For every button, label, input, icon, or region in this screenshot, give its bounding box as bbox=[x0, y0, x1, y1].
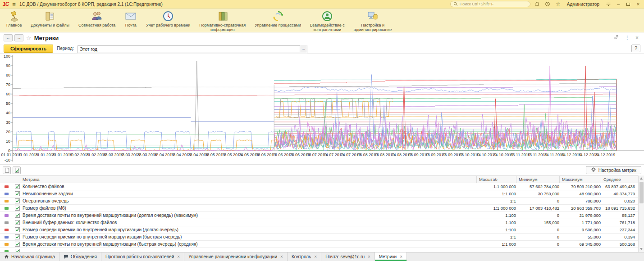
notifications-bell-icon[interactable] bbox=[534, 1, 541, 7]
documents-icon bbox=[44, 10, 56, 22]
ribbon-section-label: Совместная работа bbox=[78, 23, 115, 27]
chart-y-tick-label: 80 bbox=[0, 73, 10, 77]
get-link-icon[interactable] bbox=[613, 34, 619, 41]
tab-discussions[interactable]: Обсуждения bbox=[59, 252, 101, 261]
1c-logo: 1С bbox=[3, 1, 9, 7]
metric-scale: 1:100 bbox=[476, 227, 516, 232]
metric-row-1[interactable]: Невыполненные задачи1:1 00030 759,00048 … bbox=[0, 190, 644, 198]
metric-row-5[interactable]: Внешний буфер данных: количество файлов1… bbox=[0, 219, 644, 226]
column-header-0[interactable]: Метрика bbox=[22, 177, 476, 182]
chart-x-tick-label: 24.12.2019 bbox=[595, 153, 615, 157]
metric-settings-label: Настройка метрик bbox=[598, 168, 636, 173]
ribbon-section-documents[interactable]: Документы и файлы bbox=[26, 9, 74, 28]
column-header-2[interactable]: Минимум bbox=[516, 176, 559, 183]
metric-settings-button[interactable]: Настройка метрик bbox=[586, 166, 641, 174]
favorites-star-icon[interactable]: ☆ bbox=[555, 1, 562, 7]
metric-name: Размер очереди приемки по внутренней мар… bbox=[22, 234, 476, 239]
chart-y-tick-label: 30 bbox=[0, 120, 10, 125]
metric-row-4[interactable]: Время доставки почты по внутренней маршр… bbox=[0, 212, 644, 219]
metric-row-0[interactable]: Количество файлов1:1 000 00057 602 784,0… bbox=[0, 183, 644, 190]
tab-user-log[interactable]: Протокол работы пользователей× bbox=[101, 252, 184, 261]
tab-close-icon[interactable]: × bbox=[314, 254, 317, 259]
maximize-button[interactable] bbox=[625, 1, 631, 7]
scroll-up-icon[interactable] bbox=[640, 177, 643, 180]
metric-checkbox[interactable] bbox=[15, 249, 20, 252]
generate-button[interactable]: Сформировать bbox=[4, 45, 53, 53]
close-window-button[interactable]: × bbox=[635, 1, 641, 7]
global-search-input[interactable]: Поиск Ctrl+Shift+F bbox=[450, 1, 530, 7]
period-input[interactable] bbox=[78, 45, 307, 53]
metric-min: 57 602 784,000 bbox=[516, 184, 559, 189]
metric-checkbox[interactable] bbox=[15, 227, 20, 232]
metric-checkbox[interactable] bbox=[15, 184, 20, 189]
metric-row-8[interactable]: Время доставки почты по внутренней маршр… bbox=[0, 241, 644, 248]
add-favorite-star-icon[interactable]: ☆ bbox=[26, 35, 32, 41]
more-menu-icon[interactable]: ⋮ bbox=[625, 35, 630, 41]
ribbon-section-process-management[interactable]: Управление процессами bbox=[250, 9, 306, 28]
ribbon-section-contractors[interactable]: Взаимодействие с контрагентами bbox=[306, 9, 349, 32]
tab-close-icon[interactable]: × bbox=[400, 254, 402, 259]
service-menu-icon[interactable] bbox=[605, 1, 612, 7]
current-user[interactable]: Администратор bbox=[567, 2, 599, 7]
table-scrollbar[interactable] bbox=[638, 176, 644, 252]
metric-name: Внешний буфер данных: количество файлов bbox=[22, 220, 476, 225]
metric-checkbox[interactable] bbox=[15, 191, 20, 196]
metric-max: 20 963 359,703 bbox=[559, 206, 601, 211]
metric-row-3[interactable]: Размер файлов (Мб)1:1 000 00017 003 410,… bbox=[0, 205, 644, 212]
chart-y-tick-label: 60 bbox=[0, 92, 10, 96]
metric-checkbox[interactable] bbox=[15, 206, 20, 211]
ribbon-section-label: Взаимодействие с контрагентами bbox=[310, 23, 345, 32]
metric-min: 155,000 bbox=[516, 220, 559, 225]
metric-row-7[interactable]: Размер очереди приемки по внутренней мар… bbox=[0, 234, 644, 241]
ribbon-section-main[interactable]: Главное bbox=[2, 9, 26, 28]
tab-control[interactable]: Контроль× bbox=[288, 252, 321, 261]
metric-scale: 1:1 000 000 bbox=[476, 206, 516, 211]
column-header-3[interactable]: Максимум bbox=[559, 176, 601, 183]
scroll-thumb[interactable] bbox=[639, 182, 644, 203]
main-menu-icon[interactable]: ≡ bbox=[12, 1, 16, 8]
metric-row-6[interactable]: Размер очереди приемки по внутренней мар… bbox=[0, 226, 644, 234]
ribbon-section-label: Главное bbox=[6, 23, 22, 27]
chart-y-tick-label: 50 bbox=[0, 101, 10, 106]
metric-row-2[interactable]: Оперативная очередь1:10788,0000,020 bbox=[0, 198, 644, 205]
metric-name: Оперативная очередь bbox=[22, 198, 476, 203]
metric-row-9[interactable] bbox=[0, 248, 644, 252]
ribbon-section-collaboration[interactable]: Совместная работа bbox=[74, 9, 120, 28]
minimize-button[interactable]: – bbox=[615, 1, 621, 7]
ribbon-menu: ГлавноеДокументы и файлыСовместная работ… bbox=[0, 9, 644, 32]
metric-avg: 0,394 bbox=[601, 234, 644, 239]
scroll-down-icon[interactable] bbox=[640, 248, 643, 250]
uncheck-all-button[interactable] bbox=[3, 166, 11, 174]
main-icon bbox=[8, 10, 20, 22]
metric-checkbox[interactable] bbox=[15, 213, 20, 218]
metric-scale: 1:100 bbox=[476, 213, 516, 218]
column-header-4[interactable]: Среднее bbox=[601, 176, 644, 183]
tab-extensions[interactable]: Управление расширениями конфигурации× bbox=[184, 252, 288, 261]
tab-home[interactable]: Начальная страница bbox=[0, 252, 59, 261]
ribbon-section-administration[interactable]: Настройка и администрирование bbox=[349, 9, 397, 32]
forward-button[interactable]: → bbox=[14, 34, 23, 41]
tab-close-icon[interactable]: × bbox=[280, 254, 283, 259]
metric-name: Размер очереди приемки по внутренней мар… bbox=[22, 227, 476, 232]
column-header-1[interactable]: Масштаб bbox=[476, 176, 516, 183]
tab-mail-tab[interactable]: Почта: seve@1c.ru× bbox=[321, 252, 375, 261]
close-page-icon[interactable]: × bbox=[635, 35, 639, 41]
ribbon-section-reference-info[interactable]: Нормативно-справочная информация bbox=[195, 9, 250, 32]
metric-min: 0 bbox=[516, 242, 559, 247]
metric-checkbox[interactable] bbox=[15, 242, 20, 247]
ribbon-section-time-tracking[interactable]: Учет рабочего времени bbox=[142, 9, 195, 28]
tab-close-icon[interactable]: × bbox=[177, 254, 180, 259]
tab-close-icon[interactable]: × bbox=[368, 254, 370, 259]
help-button[interactable]: ? bbox=[631, 45, 640, 52]
metric-min: 0 bbox=[516, 198, 559, 203]
metrics-chart[interactable]: 1009080706050403020100-1001.01.201911.01… bbox=[0, 54, 644, 165]
ribbon-section-mail[interactable]: Почта bbox=[120, 9, 142, 28]
tab-metrics[interactable]: Метрики× bbox=[375, 252, 407, 261]
metric-checkbox[interactable] bbox=[15, 234, 20, 239]
check-all-button[interactable] bbox=[13, 166, 21, 174]
history-icon[interactable] bbox=[544, 1, 551, 7]
metric-checkbox[interactable] bbox=[15, 220, 20, 225]
metric-checkbox[interactable] bbox=[15, 198, 20, 203]
period-picker-button[interactable]: ... bbox=[300, 45, 307, 52]
back-button[interactable]: ← bbox=[4, 34, 13, 41]
